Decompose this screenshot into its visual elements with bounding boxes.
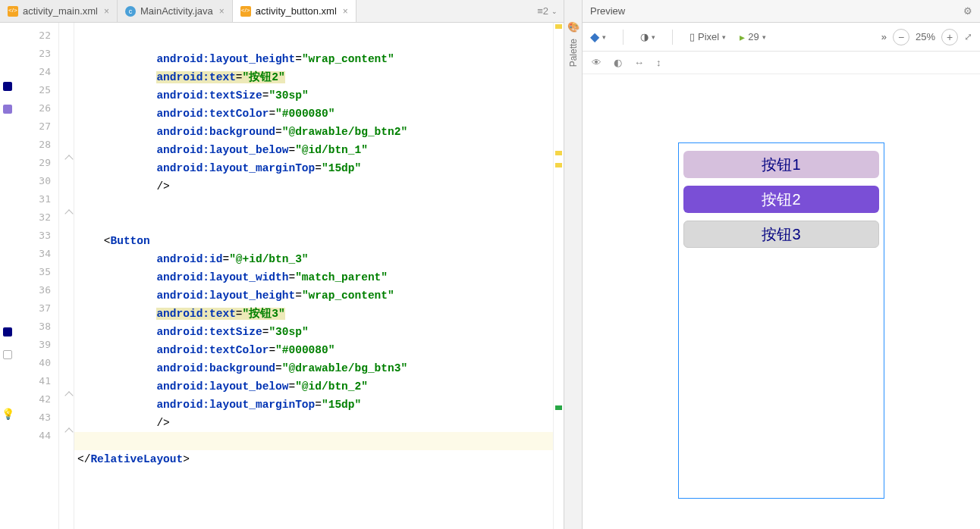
tabbar-spacer: [357, 0, 531, 22]
line-number: 25: [15, 80, 58, 99]
code-line[interactable]: [74, 432, 564, 450]
file-tab[interactable]: cMainActivity.java×: [118, 0, 233, 22]
line-number: 39: [15, 335, 58, 353]
line-number: 38: [15, 317, 58, 335]
stripe-ok[interactable]: [555, 405, 562, 410]
code-line[interactable]: android:background="@drawable/bg_btn2": [74, 123, 564, 141]
code-line[interactable]: android:layout_below="@id/btn_2": [74, 377, 564, 396]
fold-collapse-icon[interactable]: [64, 391, 73, 399]
zoom-controls: » − 25% + ⤢: [881, 29, 972, 45]
file-tab[interactable]: activity_button.xml×: [233, 0, 357, 22]
layers-dropdown[interactable]: ◆ ▾: [590, 30, 606, 44]
preview-canvas[interactable]: 按钮1按钮2按钮3: [583, 74, 980, 529]
line-number: 28: [15, 135, 58, 153]
line-number: 22: [15, 26, 58, 44]
zoom-fit-icon[interactable]: ⤢: [964, 31, 972, 42]
code-line[interactable]: android:layout_marginTop="15dp": [74, 159, 564, 177]
intention-bulb-icon[interactable]: 💡: [0, 405, 15, 423]
code-line[interactable]: android:id="@+id/btn_3": [74, 250, 564, 268]
close-icon[interactable]: ×: [341, 6, 348, 17]
api-dropdown[interactable]: ▸ 29 ▾: [740, 31, 765, 43]
editor-body[interactable]: 💡 22232425262728293031323334353637383940…: [0, 23, 564, 529]
line-number: 32: [15, 208, 58, 226]
palette-strip[interactable]: 🎨 Palette: [564, 0, 583, 529]
code-area[interactable]: android:layout_height="wrap_content" and…: [74, 23, 564, 529]
xml-icon: [240, 6, 251, 17]
code-line[interactable]: />: [74, 414, 564, 432]
preview-title: Preview: [590, 5, 625, 17]
code-line[interactable]: [74, 196, 564, 214]
preview-button[interactable]: 按钮3: [683, 221, 879, 248]
stripe-warning[interactable]: [555, 151, 562, 155]
file-tab[interactable]: activity_main.xml×: [0, 0, 118, 22]
palette-icon: 🎨: [567, 21, 580, 33]
code-line[interactable]: android:layout_width="match_parent": [74, 268, 564, 286]
code-line[interactable]: android:textSize="30sp": [74, 323, 564, 341]
zoom-pct: 25%: [916, 31, 935, 42]
line-number: 31: [15, 189, 58, 208]
eye-icon[interactable]: 👁: [592, 57, 602, 68]
fold-collapse-icon[interactable]: [64, 427, 73, 436]
zoom-in-button[interactable]: +: [941, 29, 958, 45]
orientation-dropdown[interactable]: ◑ ▾: [640, 31, 655, 42]
error-stripe[interactable]: [553, 23, 564, 529]
chevron-down-icon: ▾: [762, 33, 766, 41]
java-icon: c: [125, 6, 136, 17]
phone-icon: ▯: [689, 31, 695, 42]
tab-label: MainActivity.java: [140, 5, 213, 17]
code-line[interactable]: android:layout_below="@id/btn_1": [74, 141, 564, 159]
close-icon[interactable]: ×: [218, 6, 225, 17]
palette-label: Palette: [568, 39, 579, 67]
preview-button[interactable]: 按钮2: [683, 186, 879, 213]
vresize-icon[interactable]: ↕: [656, 57, 661, 68]
code-line[interactable]: android:layout_marginTop="15dp": [74, 396, 564, 414]
zoom-out-button[interactable]: −: [893, 29, 909, 45]
code-line[interactable]: />: [74, 177, 564, 196]
gutter-wrap: 💡 22232425262728293031323334353637383940…: [0, 23, 74, 529]
separator: [672, 30, 673, 45]
line-number: 42: [15, 390, 58, 408]
device-dropdown[interactable]: ▯ Pixel ▾: [689, 31, 726, 42]
code-line[interactable]: </RelativeLayout>: [74, 450, 564, 468]
device-label: Pixel: [698, 31, 719, 42]
code-line[interactable]: android:text="按钮2": [74, 68, 564, 86]
code-line[interactable]: android:layout_height="wrap_content": [74, 286, 564, 305]
fold-column[interactable]: [59, 23, 74, 529]
preview-button[interactable]: 按钮1: [683, 151, 879, 178]
chevron-down-icon: ▾: [722, 33, 726, 41]
code-line[interactable]: android:background="@drawable/bg_btn3": [74, 359, 564, 377]
close-icon[interactable]: ×: [102, 6, 109, 17]
line-number: 27: [15, 117, 58, 135]
fold-collapse-icon[interactable]: [64, 155, 73, 163]
fold-expand-icon[interactable]: [64, 209, 73, 218]
colorblind-icon[interactable]: ◐: [614, 57, 622, 68]
api-label: 29: [748, 31, 759, 42]
tabbar-right[interactable]: ≡2 ⌄: [531, 0, 564, 22]
color-marker: [3, 82, 12, 91]
code-line[interactable]: <Button: [74, 232, 564, 250]
line-number: 44: [15, 426, 58, 444]
tab-label: activity_button.xml: [256, 5, 337, 17]
code-line[interactable]: android:text="按钮3": [74, 305, 564, 323]
hresize-icon[interactable]: ↔: [634, 57, 644, 68]
tab-list-label: ≡2: [537, 5, 548, 17]
stripe-warning[interactable]: [555, 24, 562, 29]
code-line[interactable]: android:layout_height="wrap_content": [74, 50, 564, 68]
line-number: 40: [15, 353, 58, 371]
gear-icon[interactable]: ⚙: [963, 5, 972, 17]
layers-icon: ◆: [590, 30, 599, 44]
preview-column: Preview ⚙ ◆ ▾ ◑ ▾ ▯ Pixel ▾ ▸ 29 ▾ » − 2…: [583, 0, 980, 529]
line-number-gutter: 2223242526272829303132333435363738394041…: [15, 23, 59, 529]
stripe-warning[interactable]: [555, 163, 562, 167]
code-line[interactable]: android:textSize="30sp": [74, 86, 564, 105]
color-marker: [3, 327, 12, 336]
line-number: 29: [15, 153, 58, 171]
code-line[interactable]: android:textColor="#000080": [74, 105, 564, 123]
editor-column: activity_main.xml×cMainActivity.java×act…: [0, 0, 564, 529]
code-line[interactable]: android:textColor="#000080": [74, 341, 564, 359]
more-icon[interactable]: »: [881, 31, 887, 42]
code-line[interactable]: [74, 214, 564, 232]
gutter-marker-bar: 💡: [0, 23, 15, 529]
line-number: 43: [15, 408, 58, 426]
device-frame[interactable]: 按钮1按钮2按钮3: [678, 142, 884, 499]
